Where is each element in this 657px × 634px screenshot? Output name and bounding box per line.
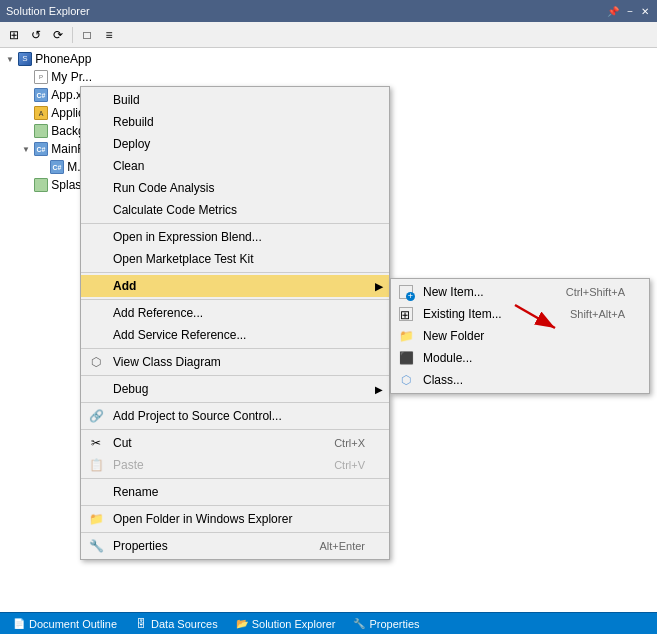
icon-solution-explorer: 📂 [235, 617, 249, 631]
icon-solution: S [18, 52, 32, 66]
icon-mypr: P [34, 70, 48, 84]
status-tab-label-data-sources: Data Sources [151, 618, 218, 630]
menu-item-paste[interactable]: 📋 Paste Ctrl+V [81, 454, 389, 476]
status-tab-data-sources[interactable]: 🗄 Data Sources [126, 613, 226, 634]
tree-item-phoneapp[interactable]: ▼ S PhoneApp [0, 50, 657, 68]
menu-item-properties[interactable]: 🔧 Properties Alt+Enter [81, 535, 389, 557]
menu-separator-7 [81, 429, 389, 430]
title-bar-title: Solution Explorer [6, 5, 90, 17]
pin-button[interactable]: 📌 [605, 6, 621, 17]
shortcut-existing-item: Shift+Alt+A [570, 308, 625, 320]
expand-phoneapp[interactable]: ▼ [2, 51, 18, 67]
menu-label-add: Add [113, 279, 136, 293]
menu-item-rename[interactable]: Rename [81, 481, 389, 503]
icon-properties-tab: 🔧 [352, 617, 366, 631]
solution-explorer-panel: Solution Explorer 📌 − ✕ ⊞ ↺ ⟳ □ ≡ ▼ S Ph… [0, 0, 657, 634]
submenu-item-module[interactable]: ⬛ Module... [391, 347, 649, 369]
toolbar-sync-button[interactable]: ⟳ [48, 25, 68, 45]
submenu-label-new-folder: New Folder [423, 329, 484, 343]
toolbar-menu-button[interactable]: ≡ [99, 25, 119, 45]
menu-separator-6 [81, 402, 389, 403]
menu-item-calculate-code-metrics[interactable]: Calculate Code Metrics [81, 199, 389, 221]
icon-document-outline: 📄 [12, 617, 26, 631]
status-bar: 📄 Document Outline 🗄 Data Sources 📂 Solu… [0, 612, 657, 634]
menu-label-debug: Debug [113, 382, 148, 396]
status-tab-label-properties: Properties [369, 618, 419, 630]
submenu-label-new-item: New Item... [423, 285, 484, 299]
menu-item-open-expression-blend[interactable]: Open in Expression Blend... [81, 226, 389, 248]
submenu-item-new-item[interactable]: + New Item... Ctrl+Shift+A [391, 281, 649, 303]
menu-label-open-folder: Open Folder in Windows Explorer [113, 512, 292, 526]
icon-backg [34, 124, 48, 138]
menu-label-view-class-diagram: View Class Diagram [113, 355, 221, 369]
menu-item-debug[interactable]: Debug ▶ [81, 378, 389, 400]
menu-label-rebuild: Rebuild [113, 115, 154, 129]
menu-separator-5 [81, 375, 389, 376]
menu-separator-10 [81, 532, 389, 533]
submenu-item-class[interactable]: ⬡ Class... [391, 369, 649, 391]
submenu-arrow-add: ▶ [375, 281, 383, 292]
menu-item-build[interactable]: Build [81, 89, 389, 111]
menu-item-add[interactable]: Add ▶ [81, 275, 389, 297]
menu-item-open-marketplace[interactable]: Open Marketplace Test Kit [81, 248, 389, 270]
shortcut-paste: Ctrl+V [334, 459, 365, 471]
menu-label-add-project-source: Add Project to Source Control... [113, 409, 282, 423]
menu-item-add-reference[interactable]: Add Reference... [81, 302, 389, 324]
context-menu: Build Rebuild Deploy Clean Run Code Anal… [80, 86, 390, 560]
menu-label-run-code-analysis: Run Code Analysis [113, 181, 214, 195]
shortcut-cut: Ctrl+X [334, 437, 365, 449]
submenu-arrow-debug: ▶ [375, 384, 383, 395]
icon-view-class-diagram: ⬡ [87, 353, 105, 371]
status-tab-solution-explorer[interactable]: 📂 Solution Explorer [227, 613, 344, 634]
expand-mypr [18, 69, 34, 85]
icon-cut: ✂ [87, 434, 105, 452]
toolbar-collapse-button[interactable]: □ [77, 25, 97, 45]
menu-item-cut[interactable]: ✂ Cut Ctrl+X [81, 432, 389, 454]
menu-item-deploy[interactable]: Deploy [81, 133, 389, 155]
label-mypr: My Pr... [51, 70, 92, 84]
menu-label-add-reference: Add Reference... [113, 306, 203, 320]
icon-data-sources: 🗄 [134, 617, 148, 631]
submenu-label-existing-item: Existing Item... [423, 307, 502, 321]
icon-splas [34, 178, 48, 192]
menu-item-run-code-analysis[interactable]: Run Code Analysis [81, 177, 389, 199]
menu-item-open-folder[interactable]: 📁 Open Folder in Windows Explorer [81, 508, 389, 530]
toolbar-refresh-button[interactable]: ↺ [26, 25, 46, 45]
icon-existing-item: ⊞ [397, 305, 415, 323]
icon-mainf: C# [34, 142, 48, 156]
icon-new-item: + [397, 283, 415, 301]
submenu-item-existing-item[interactable]: ⊞ Existing Item... Shift+Alt+A [391, 303, 649, 325]
menu-label-add-service-reference: Add Service Reference... [113, 328, 246, 342]
menu-separator-1 [81, 223, 389, 224]
expand-splas [18, 177, 34, 193]
menu-item-add-project-source[interactable]: 🔗 Add Project to Source Control... [81, 405, 389, 427]
icon-appx: C# [34, 88, 48, 102]
icon-properties: 🔧 [87, 537, 105, 555]
status-tab-document-outline[interactable]: 📄 Document Outline [4, 613, 125, 634]
shortcut-properties: Alt+Enter [319, 540, 365, 552]
close-button[interactable]: ✕ [639, 6, 651, 17]
status-tab-label-solution-explorer: Solution Explorer [252, 618, 336, 630]
menu-label-clean: Clean [113, 159, 144, 173]
expand-backg [18, 123, 34, 139]
menu-item-view-class-diagram[interactable]: ⬡ View Class Diagram [81, 351, 389, 373]
tree-item-mypr[interactable]: P My Pr... [16, 68, 657, 86]
menu-item-clean[interactable]: Clean [81, 155, 389, 177]
label-phoneapp: PhoneApp [35, 52, 91, 66]
menu-separator-2 [81, 272, 389, 273]
minimize-button[interactable]: − [625, 6, 635, 17]
expand-appx [18, 87, 34, 103]
status-tab-properties[interactable]: 🔧 Properties [344, 613, 427, 634]
expand-mainf[interactable]: ▼ [18, 141, 34, 157]
menu-separator-9 [81, 505, 389, 506]
content-area: ▼ S PhoneApp P My Pr... C# App.x... A Ap… [0, 48, 657, 612]
menu-label-open-expression-blend: Open in Expression Blend... [113, 230, 262, 244]
icon-new-folder: 📁 [397, 327, 415, 345]
menu-label-deploy: Deploy [113, 137, 150, 151]
title-bar-controls: 📌 − ✕ [605, 6, 651, 17]
submenu-item-new-folder[interactable]: 📁 New Folder [391, 325, 649, 347]
menu-item-rebuild[interactable]: Rebuild [81, 111, 389, 133]
menu-item-add-service-reference[interactable]: Add Service Reference... [81, 324, 389, 346]
toolbar-properties-button[interactable]: ⊞ [4, 25, 24, 45]
expand-applic [18, 105, 34, 121]
